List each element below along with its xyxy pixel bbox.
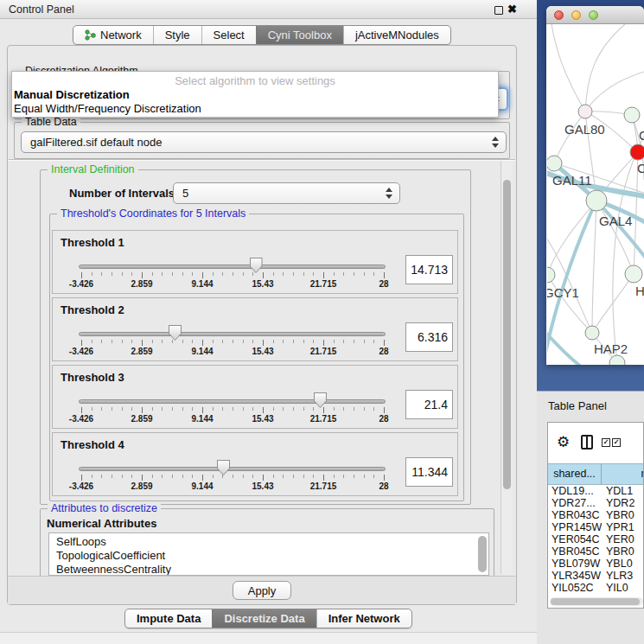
table-cell[interactable]: YLR3	[602, 570, 633, 582]
table-cell[interactable]: YER0	[602, 533, 634, 545]
column-header-name[interactable]: n	[602, 463, 644, 485]
popup-option-equal-width-frequency[interactable]: Equal Width/Frequency Discretization	[14, 102, 201, 115]
slider-track[interactable]	[79, 399, 386, 404]
tab-network[interactable]: Network	[73, 26, 153, 44]
network-node[interactable]	[547, 267, 555, 283]
network-edge-highlighted[interactable]	[547, 328, 585, 365]
threshold-value-field[interactable]: 21.4	[405, 390, 453, 419]
slider-track[interactable]	[79, 332, 386, 336]
close-traffic-light-icon[interactable]	[554, 10, 564, 20]
tab-style[interactable]: Style	[153, 26, 201, 44]
table-row[interactable]: YIL052CYIL0	[548, 582, 644, 594]
tab-jactivemnodules[interactable]: jActiveMNodules	[343, 26, 450, 44]
threshold-label: Threshold 2	[61, 303, 124, 316]
column-header-shared[interactable]: shared...	[548, 463, 602, 485]
table-row[interactable]: YLR345WYLR3	[548, 570, 644, 582]
tab-cyni-toolbox[interactable]: Cyni Toolbox	[256, 26, 343, 44]
slider-tick	[354, 340, 354, 343]
network-window-titlebar[interactable]	[546, 6, 644, 24]
slider-tick	[222, 407, 223, 411]
table-cell[interactable]: YDR2	[602, 497, 634, 509]
network-node[interactable]	[624, 107, 640, 123]
network-edge[interactable]	[585, 24, 625, 112]
network-canvas[interactable]: GAL80GACGAL11GAL4GCY1HHAP2	[547, 24, 644, 365]
table-row[interactable]: YER054CYER0	[548, 533, 644, 545]
slider-tick	[222, 340, 223, 343]
table-row[interactable]: YDR27...YDR2	[548, 497, 644, 509]
slider-scale-label: 9.144	[191, 481, 213, 491]
tab-infer-network[interactable]: Infer Network	[316, 609, 411, 628]
slider-scale-label: 21.715	[310, 279, 337, 289]
list-scrollbar[interactable]	[478, 536, 487, 572]
slider-tick	[233, 475, 233, 478]
slider-ticks	[79, 474, 386, 481]
network-edge[interactable]	[585, 72, 644, 112]
network-edge[interactable]	[592, 201, 596, 333]
close-icon[interactable]: ✖	[507, 3, 517, 16]
network-node[interactable]	[625, 265, 642, 283]
zoom-traffic-light-icon[interactable]	[589, 10, 598, 20]
table-cell[interactable]: YDL1	[602, 485, 633, 497]
gear-icon[interactable]: ⚙	[557, 434, 570, 451]
table-hscrollbar-thumb[interactable]	[551, 598, 640, 605]
table-cell[interactable]: YPR145W	[548, 521, 602, 533]
threshold-value-field[interactable]: 14.713	[405, 255, 453, 284]
network-edge[interactable]	[554, 112, 585, 163]
list-item[interactable]: SelfLoops	[56, 535, 106, 548]
tab-impute-data[interactable]: Impute Data	[125, 609, 212, 628]
table-cell[interactable]: YDR27...	[548, 497, 602, 509]
slider-track[interactable]	[79, 467, 386, 471]
slider-tick	[364, 272, 365, 276]
table-cell[interactable]: YBR043C	[548, 509, 602, 521]
network-node[interactable]	[547, 156, 562, 171]
top-tab-bar: Network Style Select Cyni Toolbox jActiv…	[73, 25, 451, 45]
table-cell[interactable]: YIL0	[602, 582, 628, 594]
table-cell[interactable]: YIL052C	[548, 582, 602, 594]
threshold-value-field[interactable]: 6.316	[405, 322, 453, 352]
slider-scale-label: 28	[379, 481, 388, 491]
slider-tick	[323, 407, 324, 413]
network-edge[interactable]	[552, 24, 585, 112]
table-cell[interactable]: YBR0	[602, 545, 634, 558]
panel-scrollbar-track[interactable]	[501, 161, 512, 574]
list-item[interactable]: TopologicalCoefficient	[56, 549, 165, 562]
slider-scale-label: 28	[379, 279, 388, 289]
slider-tick	[122, 407, 123, 411]
table-cell[interactable]: YBR0	[602, 509, 634, 521]
select-columns-checkbox-icon[interactable]: ✓	[602, 438, 610, 447]
split-columns-icon[interactable]	[581, 435, 593, 450]
network-node[interactable]	[578, 105, 592, 118]
number-of-intervals-combo[interactable]: 5	[173, 182, 400, 204]
tab-discretize-data[interactable]: Discretize Data	[212, 609, 316, 628]
table-cell[interactable]: YBL0	[602, 558, 633, 570]
table-row[interactable]: YBR045CYBR0	[548, 545, 644, 558]
panel-scrollbar-thumb[interactable]	[503, 180, 511, 489]
table-row[interactable]: YDL19...YDL1	[548, 485, 644, 497]
network-node[interactable]	[586, 190, 607, 211]
table-row[interactable]: YPR145WYPR1	[548, 521, 644, 533]
table-cell[interactable]: YPR1	[602, 521, 634, 533]
table-row[interactable]: YBL079WYBL0	[548, 558, 644, 570]
table-row[interactable]: YBR043CYBR0	[548, 509, 644, 521]
select-columns-checkbox-icon[interactable]: ✓	[612, 438, 621, 447]
slider-track[interactable]	[79, 265, 386, 269]
network-node[interactable]	[630, 144, 644, 160]
apply-button[interactable]: Apply	[233, 581, 291, 600]
tab-select[interactable]: Select	[201, 26, 256, 44]
table-data-combo[interactable]: galFiltered.sif default node	[21, 131, 507, 153]
table-hscrollbar-track[interactable]	[550, 597, 643, 606]
table-cell[interactable]: YLR345W	[548, 570, 602, 582]
minimize-traffic-light-icon[interactable]	[571, 10, 581, 20]
table-cell[interactable]: YER054C	[548, 533, 602, 545]
network-node[interactable]	[585, 326, 599, 340]
popup-option-manual-discretization[interactable]: Manual Discretization	[14, 88, 130, 101]
table-cell[interactable]: YBL079W	[548, 558, 602, 570]
float-window-icon[interactable]	[494, 6, 503, 15]
slider-tick	[364, 475, 365, 478]
slider-tick	[384, 272, 385, 278]
table-cell[interactable]: YDL19...	[548, 485, 602, 497]
table-cell[interactable]: YBR045C	[548, 545, 602, 558]
threshold-value-field[interactable]: 11.344	[405, 457, 453, 487]
tab-label: Network	[100, 29, 142, 41]
list-item[interactable]: BetweennessCentrality	[56, 563, 171, 576]
